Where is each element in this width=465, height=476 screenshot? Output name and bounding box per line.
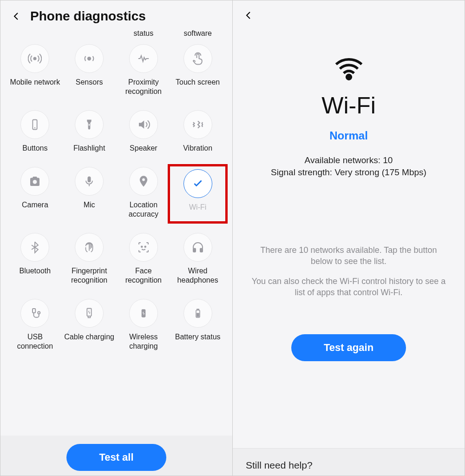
- flashlight-icon: [75, 110, 104, 139]
- diag-item-wireless-charging[interactable]: Wireless charging: [117, 299, 171, 351]
- svg-point-13: [38, 311, 40, 314]
- vibration-icon: [183, 110, 212, 139]
- diag-item-wired-headphones[interactable]: Wired headphones: [170, 233, 225, 285]
- bottom-bar: Test all: [0, 436, 232, 476]
- camera-icon: [20, 167, 49, 196]
- touch-icon: [183, 44, 212, 73]
- still-need-help[interactable]: Still need help?: [233, 448, 465, 476]
- available-networks: Available networks: 10: [305, 155, 393, 165]
- diag-item-face[interactable]: Face recognition: [117, 233, 171, 285]
- header: Phone diagnostics: [0, 0, 232, 29]
- wifi-icon: [333, 55, 365, 83]
- diag-label: Vibration: [183, 144, 212, 153]
- diag-item-vibration[interactable]: Vibration: [170, 110, 225, 153]
- diag-item-battery[interactable]: Battery status: [170, 299, 225, 351]
- diag-label: Location accuracy: [118, 200, 169, 219]
- diag-label: Cable charging: [64, 332, 114, 342]
- svg-point-7: [142, 178, 145, 181]
- diag-label: Battery status: [175, 332, 221, 342]
- diag-label: USB connection: [9, 332, 60, 351]
- svg-point-1: [88, 57, 91, 60]
- wifi-result-panel: Wi-Fi Normal Available networks: 10 Sign…: [233, 0, 465, 476]
- bluetooth-icon: [20, 233, 49, 262]
- svg-rect-11: [200, 249, 203, 252]
- partial-label-software: software: [170, 29, 225, 41]
- cable-charge-icon: [75, 299, 104, 328]
- header: [233, 0, 465, 27]
- help-text-2: You can also check the Wi-Fi control his…: [233, 276, 465, 298]
- partial-label-status: status: [117, 29, 171, 41]
- diag-item-speaker[interactable]: Speaker: [117, 110, 171, 153]
- svg-point-9: [144, 246, 146, 248]
- signal-strength: Signal strength: Very strong (175 Mbps): [271, 167, 426, 178]
- diag-label: Flashlight: [73, 144, 105, 153]
- speaker-icon: [129, 110, 158, 139]
- diag-item-location[interactable]: Location accuracy: [117, 167, 171, 219]
- svg-point-19: [347, 75, 351, 79]
- diag-label: Wired headphones: [172, 266, 223, 285]
- svg-point-5: [33, 180, 37, 184]
- location-icon: [129, 167, 158, 196]
- test-again-button[interactable]: Test again: [291, 334, 406, 361]
- test-all-button[interactable]: Test all: [66, 444, 166, 471]
- diag-item-sensors[interactable]: Sensors: [62, 44, 117, 96]
- diag-label: Proximity recognition: [118, 78, 169, 96]
- help-text-1: There are 10 networks available. Tap the…: [233, 245, 465, 267]
- diag-item-usb[interactable]: USB connection: [8, 299, 62, 351]
- wifi-title: Wi-Fi: [321, 92, 376, 119]
- diag-label: Sensors: [76, 78, 103, 87]
- antenna-icon: [20, 44, 49, 73]
- diag-item-mic[interactable]: Mic: [62, 167, 117, 219]
- diag-item-bluetooth[interactable]: Bluetooth: [8, 233, 62, 285]
- wifi-content: Wi-Fi Normal Available networks: 10 Sign…: [233, 27, 465, 361]
- diag-item-touch[interactable]: Touch screen: [170, 44, 225, 96]
- svg-rect-6: [88, 177, 91, 183]
- diag-item-cable-charging[interactable]: Cable charging: [62, 299, 117, 351]
- diag-label: Mobile network: [10, 78, 60, 87]
- svg-point-8: [141, 246, 143, 248]
- diag-label: Wireless charging: [118, 332, 169, 351]
- svg-rect-17: [197, 309, 199, 310]
- diag-label: Face recognition: [118, 266, 169, 285]
- usb-icon: [20, 299, 49, 328]
- svg-rect-12: [33, 309, 35, 313]
- diag-label: Fingerprint recognition: [64, 266, 115, 285]
- sensors-icon: [75, 44, 104, 73]
- svg-point-0: [34, 58, 36, 60]
- battery-icon: [183, 299, 212, 328]
- back-button[interactable]: [10, 10, 23, 23]
- page-title: Phone diagnostics: [30, 9, 146, 24]
- svg-rect-18: [197, 313, 199, 317]
- mic-icon: [75, 167, 104, 196]
- wireless-charge-icon: [129, 299, 158, 328]
- diag-label: Wi-Fi: [189, 203, 206, 212]
- svg-rect-10: [193, 249, 196, 252]
- diag-label: Touch screen: [176, 78, 220, 87]
- diag-label: Speaker: [130, 144, 157, 153]
- diag-item-mobile-network[interactable]: Mobile network: [8, 44, 62, 96]
- diag-item-camera[interactable]: Camera: [8, 167, 62, 219]
- partial-labels-row: status software: [0, 29, 232, 41]
- diag-item-proximity[interactable]: Proximity recognition: [117, 44, 171, 96]
- diagnostics-panel: Phone diagnostics status software Mobile…: [0, 0, 233, 476]
- diag-label: Buttons: [22, 144, 47, 153]
- fingerprint-icon: [75, 233, 104, 262]
- face-icon: [129, 233, 158, 262]
- diag-item-fingerprint[interactable]: Fingerprint recognition: [62, 233, 117, 285]
- diag-label: Camera: [22, 200, 48, 210]
- phone-button-icon: [20, 110, 49, 139]
- diag-item-buttons[interactable]: Buttons: [8, 110, 62, 153]
- headphones-icon: [183, 233, 212, 262]
- back-button[interactable]: [242, 9, 255, 22]
- diag-label: Mic: [84, 200, 95, 210]
- svg-rect-4: [89, 124, 90, 126]
- help-block: There are 10 networks available. Tap the…: [233, 245, 465, 306]
- diag-item-flashlight[interactable]: Flashlight: [62, 110, 117, 153]
- highlight-box: Wi-Fi: [168, 164, 228, 224]
- wifi-status: Normal: [329, 129, 368, 142]
- check-icon: [183, 169, 212, 198]
- pulse-icon: [129, 44, 158, 73]
- diag-label: Bluetooth: [20, 266, 51, 276]
- diag-item-wifi[interactable]: Wi-Fi: [173, 169, 223, 212]
- diagnostics-grid: Mobile networkSensorsProximity recogniti…: [0, 41, 232, 351]
